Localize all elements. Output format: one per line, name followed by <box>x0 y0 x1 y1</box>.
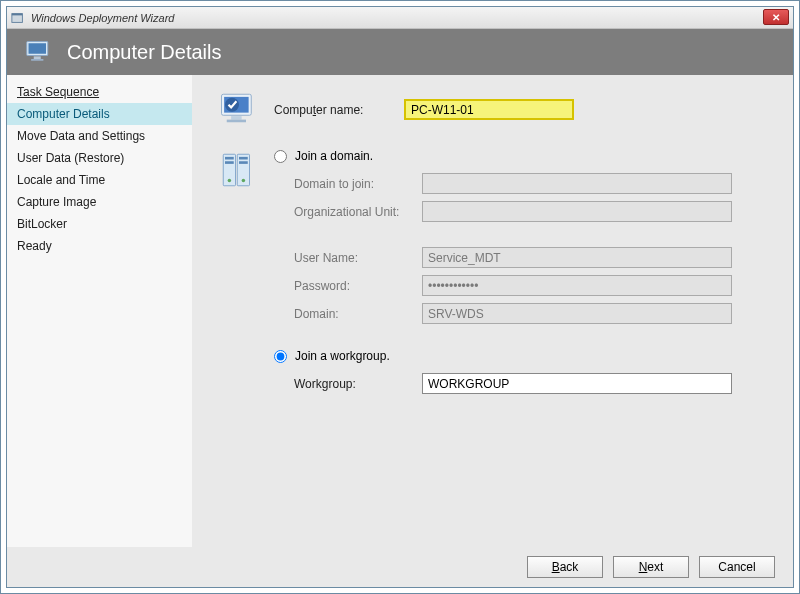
main-panel: Computer name: <box>192 75 793 547</box>
wizard-icon <box>11 11 25 25</box>
join-domain-label: Join a domain. <box>295 149 373 163</box>
content-area: Task Sequence Computer Details Move Data… <box>7 75 793 547</box>
window-inner: Windows Deployment Wizard ✕ Computer Det… <box>6 6 794 588</box>
join-workgroup-radio[interactable] <box>274 350 287 363</box>
svg-rect-1 <box>12 13 23 15</box>
computer-name-label: Computer name: <box>274 103 404 117</box>
sidebar-item-computer-details[interactable]: Computer Details <box>7 103 192 125</box>
next-button[interactable]: Next <box>613 556 689 578</box>
password-label: Password: <box>294 279 422 293</box>
page-title: Computer Details <box>67 41 222 64</box>
sidebar-item-bitlocker[interactable]: BitLocker <box>7 213 192 235</box>
svg-rect-14 <box>239 157 248 160</box>
join-workgroup-label: Join a workgroup. <box>295 349 390 363</box>
monitor-icon <box>25 38 53 66</box>
domain-to-join-input[interactable] <box>422 173 732 194</box>
svg-rect-16 <box>239 161 248 164</box>
back-button[interactable]: Back <box>527 556 603 578</box>
close-button[interactable]: ✕ <box>763 9 789 25</box>
header: Computer Details <box>7 29 793 75</box>
window-outer: Windows Deployment Wizard ✕ Computer Det… <box>0 0 800 594</box>
password-input[interactable] <box>422 275 732 296</box>
domain-input[interactable] <box>422 303 732 324</box>
sidebar-item-ready[interactable]: Ready <box>7 235 192 257</box>
domain-to-join-label: Domain to join: <box>294 177 422 191</box>
svg-rect-4 <box>34 56 41 59</box>
button-bar: Back Next Cancel <box>7 547 793 587</box>
ou-label: Organizational Unit: <box>294 205 422 219</box>
server-icon <box>218 149 260 191</box>
svg-rect-3 <box>29 43 47 54</box>
window-title: Windows Deployment Wizard <box>31 12 174 24</box>
workgroup-label: Workgroup: <box>294 377 422 391</box>
sidebar-item-locale-time[interactable]: Locale and Time <box>7 169 192 191</box>
domain-section: Join a domain. Domain to join: Organizat… <box>218 149 771 401</box>
cancel-button[interactable]: Cancel <box>699 556 775 578</box>
user-name-label: User Name: <box>294 251 422 265</box>
sidebar: Task Sequence Computer Details Move Data… <box>7 75 192 547</box>
computer-name-section: Computer name: <box>218 89 771 131</box>
ou-input[interactable] <box>422 201 732 222</box>
svg-rect-8 <box>231 116 242 120</box>
computer-name-input[interactable] <box>404 99 574 120</box>
sidebar-item-capture-image[interactable]: Capture Image <box>7 191 192 213</box>
svg-rect-15 <box>225 161 234 164</box>
titlebar: Windows Deployment Wizard ✕ <box>7 7 793 29</box>
svg-rect-13 <box>225 157 234 160</box>
sidebar-item-move-data[interactable]: Move Data and Settings <box>7 125 192 147</box>
join-domain-radio[interactable] <box>274 150 287 163</box>
computer-check-icon <box>218 89 260 131</box>
domain-label: Domain: <box>294 307 422 321</box>
svg-rect-9 <box>227 120 246 123</box>
svg-point-17 <box>228 179 232 183</box>
user-name-input[interactable] <box>422 247 732 268</box>
sidebar-item-task-sequence[interactable]: Task Sequence <box>7 81 192 103</box>
workgroup-input[interactable] <box>422 373 732 394</box>
sidebar-item-user-data[interactable]: User Data (Restore) <box>7 147 192 169</box>
svg-point-18 <box>242 179 246 183</box>
svg-rect-5 <box>31 59 43 61</box>
